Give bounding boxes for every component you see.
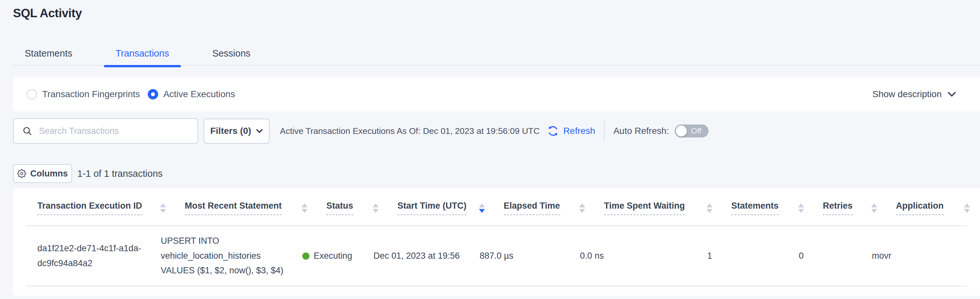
tab-transactions[interactable]: Transactions: [116, 42, 169, 65]
column-header-application: Application: [896, 201, 980, 215]
refresh-button[interactable]: Refresh: [547, 125, 595, 137]
columns-button[interactable]: Columns: [13, 164, 72, 183]
refresh-icon: [547, 125, 559, 137]
table-header-row: Transaction Execution ID Most Recent Sta…: [13, 189, 980, 225]
cell-most-recent-statement[interactable]: UPSERT INTO vehicle_location_histories V…: [161, 233, 302, 278]
column-header-label[interactable]: Time Spent Waiting: [604, 201, 685, 215]
search-input[interactable]: [38, 126, 191, 136]
column-header-time-spent-waiting: Time Spent Waiting: [604, 201, 731, 215]
cell-transaction-execution-id[interactable]: da1f21e2-de71-4c1f-a1da- dc9fc94a84a2: [37, 241, 161, 271]
column-header-status: Status: [326, 201, 398, 215]
show-description-button[interactable]: Show description: [872, 89, 956, 99]
sort-control-active-desc[interactable]: [479, 201, 485, 213]
filters-button[interactable]: Filters (0): [204, 118, 269, 144]
page-title: SQL Activity: [13, 6, 82, 20]
cell-retries: 0: [799, 251, 872, 261]
column-header-label[interactable]: Most Recent Statement: [185, 201, 282, 215]
auto-refresh-label: Auto Refresh:: [613, 126, 669, 136]
column-header-label[interactable]: Elapsed Time: [504, 201, 560, 215]
show-description-label: Show description: [872, 89, 942, 99]
gear-icon: [17, 169, 26, 178]
column-header-label[interactable]: Retries: [823, 201, 853, 215]
sort-control[interactable]: [302, 201, 307, 213]
tab-bar: Statements Transactions Sessions: [13, 42, 980, 66]
sql-activity-page: SQL Activity Statements Transactions Ses…: [0, 0, 980, 299]
column-header-label[interactable]: Statements: [731, 201, 779, 215]
vertical-divider: [604, 121, 605, 141]
toggle-knob: [676, 125, 687, 136]
cell-statements: 1: [707, 251, 799, 261]
table-row[interactable]: da1f21e2-de71-4c1f-a1da- dc9fc94a84a2 UP…: [13, 226, 980, 286]
chevron-down-icon: [256, 129, 263, 133]
filters-label: Filters (0): [210, 126, 251, 136]
table-toolbar: Columns 1-1 of 1 transactions: [13, 164, 163, 183]
radio-transaction-fingerprints[interactable]: Transaction Fingerprints: [27, 89, 140, 99]
columns-button-label: Columns: [30, 169, 68, 179]
column-header-retries: Retries: [823, 201, 896, 215]
cell-start-time: Dec 01, 2023 at 19:56: [374, 251, 480, 261]
column-header-statements: Statements: [731, 201, 823, 215]
cell-application: movr: [872, 251, 965, 261]
search-box[interactable]: [13, 118, 198, 144]
column-header-label[interactable]: Status: [326, 201, 353, 215]
column-header-transaction-execution-id: Transaction Execution ID: [37, 201, 185, 215]
cell-status: Executing: [302, 251, 374, 261]
column-header-start-time: Start Time (UTC): [398, 201, 504, 215]
sort-control[interactable]: [871, 201, 877, 213]
status-dot-icon: [302, 253, 309, 260]
as-of-text: Active Transaction Executions As Of: Dec…: [280, 126, 540, 136]
sort-control[interactable]: [579, 201, 585, 213]
controls-row: Filters (0) Active Transaction Execution…: [13, 118, 708, 144]
cell-elapsed-time: 887.0 µs: [480, 251, 580, 261]
tab-sessions[interactable]: Sessions: [212, 42, 251, 65]
radio-unselected-icon[interactable]: [27, 89, 37, 99]
sort-control[interactable]: [160, 201, 166, 213]
sort-control[interactable]: [373, 201, 379, 213]
column-header-label[interactable]: Transaction Execution ID: [37, 201, 142, 215]
status-text: Executing: [314, 251, 352, 261]
result-count: 1-1 of 1 transactions: [77, 168, 163, 179]
radio-label: Active Executions: [163, 89, 235, 99]
sort-control[interactable]: [964, 201, 970, 213]
radio-active-executions[interactable]: Active Executions: [148, 89, 235, 99]
radio-label: Transaction Fingerprints: [42, 89, 140, 99]
tab-statements[interactable]: Statements: [25, 42, 72, 65]
refresh-label: Refresh: [563, 126, 595, 136]
auto-refresh-toggle[interactable]: Off: [675, 125, 708, 138]
sort-control[interactable]: [798, 201, 804, 213]
column-header-most-recent-statement: Most Recent Statement: [185, 201, 326, 215]
toggle-state-label: Off: [691, 126, 702, 136]
search-icon: [22, 126, 32, 136]
column-header-elapsed-time: Elapsed Time: [504, 201, 604, 215]
radio-selected-icon[interactable]: [148, 89, 158, 99]
column-header-label[interactable]: Start Time (UTC): [398, 201, 467, 215]
row-separator: [26, 286, 967, 286]
sort-control[interactable]: [706, 201, 713, 213]
chevron-down-icon: [948, 92, 956, 97]
cell-time-spent-waiting: 0.0 ns: [580, 251, 707, 261]
column-header-label[interactable]: Application: [896, 201, 943, 215]
view-mode-card: Transaction Fingerprints Active Executio…: [13, 77, 980, 112]
transactions-table: Transaction Execution ID Most Recent Sta…: [13, 189, 980, 296]
